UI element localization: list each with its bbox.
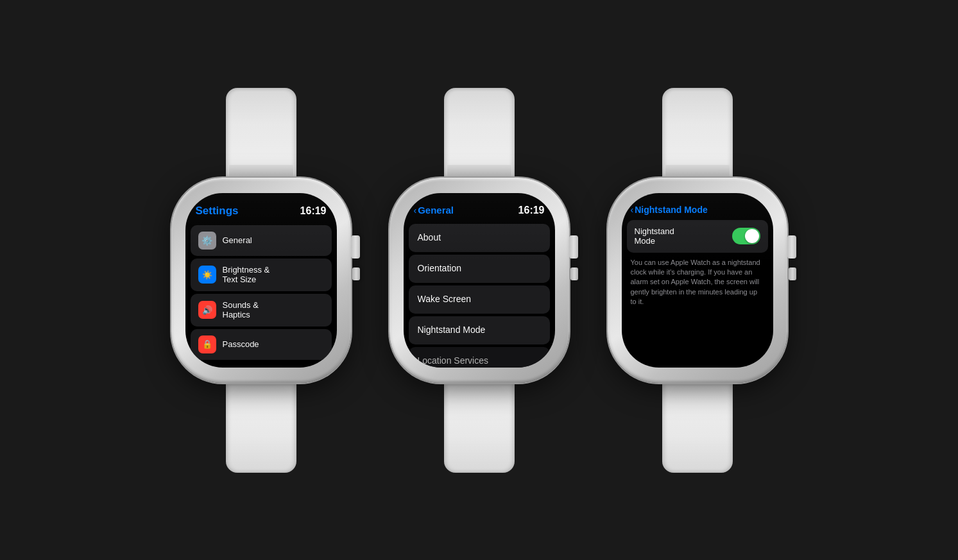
location-label: Location Services (418, 355, 489, 366)
menu-item-brightness[interactable]: ☀️ Brightness &Text Size (191, 259, 332, 291)
brightness-label: Brightness &Text Size (223, 265, 270, 285)
orientation-label: Orientation (418, 263, 461, 274)
sounds-label: Sounds &Haptics (223, 300, 259, 320)
general-menu: About Orientation Wake Screen Nightstand… (404, 221, 555, 368)
nightstand-mode-label: NightstandMode (635, 226, 674, 246)
watch-screen-3: ‹ Nightstand Mode NightstandMode You can… (622, 193, 773, 368)
back-chevron-general: ‹ (414, 205, 417, 216)
general-label: General (223, 235, 252, 246)
general-time: 16:19 (518, 205, 545, 216)
menu-item-sounds[interactable]: 🔊 Sounds &Haptics (191, 294, 332, 327)
back-nav-nightstand[interactable]: ‹ Nightstand Mode (631, 205, 708, 215)
digital-crown-3[interactable] (787, 235, 796, 259)
watch-screen-2: ‹ General 16:19 About Orientation Wake S… (404, 193, 555, 368)
screen-header-1: Settings 16:19 (185, 193, 337, 223)
general-icon: ⚙️ (198, 232, 216, 250)
watch-settings: Settings 16:19 ⚙️ General ☀️ Brightness … (171, 88, 351, 473)
toggle-knob (745, 229, 759, 243)
nightstand-screen-title: Nightstand Mode (635, 205, 708, 215)
side-button-3[interactable] (789, 267, 796, 280)
digital-crown-1[interactable] (351, 235, 360, 259)
nightstand-menu-label: Nightstand Mode (418, 325, 486, 335)
watch-case-3: ‹ Nightstand Mode NightstandMode You can… (608, 178, 787, 383)
menu-item-general[interactable]: ⚙️ General (191, 225, 332, 256)
band-top-1 (226, 88, 296, 178)
nightstand-toggle[interactable] (732, 228, 760, 244)
nightstand-description: You can use Apple Watch as a nightstand … (622, 253, 773, 307)
settings-time: 16:19 (300, 205, 327, 217)
screen-header-2: ‹ General 16:19 (404, 193, 555, 221)
nightstand-header: ‹ Nightstand Mode (622, 193, 773, 220)
band-bottom-1 (226, 383, 296, 473)
watch-case-1: Settings 16:19 ⚙️ General ☀️ Brightness … (171, 178, 351, 383)
sounds-icon: 🔊 (198, 301, 216, 319)
watch-general: ‹ General 16:19 About Orientation Wake S… (389, 88, 569, 473)
general-screen-title: General (418, 205, 454, 216)
band-top-3 (662, 88, 733, 178)
band-top-2 (444, 88, 515, 178)
menu-item-orientation[interactable]: Orientation (409, 255, 550, 283)
nightstand-toggle-row: NightstandMode (627, 220, 768, 253)
back-chevron-nightstand: ‹ (631, 205, 634, 215)
menu-item-nightstand[interactable]: Nightstand Mode (409, 316, 550, 344)
settings-menu: ⚙️ General ☀️ Brightness &Text Size 🔊 So… (185, 223, 337, 368)
digital-crown-2[interactable] (569, 235, 578, 259)
watch-nightstand: ‹ Nightstand Mode NightstandMode You can… (608, 88, 787, 473)
about-label: About (418, 232, 441, 243)
settings-title: Settings (196, 205, 239, 217)
band-bottom-2 (444, 383, 515, 473)
menu-item-location[interactable]: Location Services (409, 347, 550, 368)
back-nav-general[interactable]: ‹ General (414, 205, 454, 216)
band-bottom-3 (662, 383, 733, 473)
side-button-1[interactable] (352, 267, 360, 280)
passcode-icon: 🔒 (198, 335, 216, 353)
menu-item-passcode[interactable]: 🔒 Passcode (191, 329, 332, 360)
brightness-icon: ☀️ (198, 266, 216, 284)
watch-case-2: ‹ General 16:19 About Orientation Wake S… (389, 178, 569, 383)
watch-screen-1: Settings 16:19 ⚙️ General ☀️ Brightness … (185, 193, 337, 368)
menu-item-wake-screen[interactable]: Wake Screen (409, 285, 550, 314)
side-button-2[interactable] (570, 267, 578, 280)
wake-screen-label: Wake Screen (418, 294, 472, 305)
passcode-label: Passcode (223, 339, 259, 350)
menu-item-about[interactable]: About (409, 224, 550, 252)
